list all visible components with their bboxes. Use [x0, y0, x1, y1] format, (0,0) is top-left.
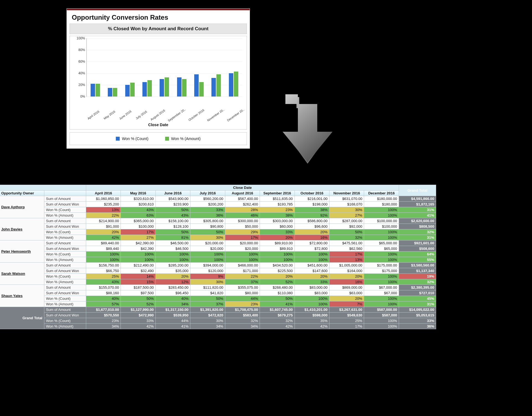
pct-cell: 17%	[121, 229, 155, 235]
pct-cell: 50%	[260, 296, 295, 301]
value-cell: $20,000	[225, 246, 260, 252]
value-cell: $598,000	[295, 313, 329, 318]
metric-label: Sum of Amount	[44, 218, 86, 224]
value-cell: $508,600	[399, 246, 436, 252]
pct-cell: 31%	[399, 235, 436, 240]
pct-cell: 100%	[295, 301, 329, 307]
pct-cell: 38%	[295, 207, 329, 213]
value-cell: $63,000	[329, 290, 364, 296]
value-cell: $180,000.00	[364, 196, 399, 202]
month-header: December 2016	[364, 191, 399, 196]
bar	[160, 79, 164, 97]
bar-group	[208, 38, 225, 97]
value-cell: $168,070	[329, 202, 364, 207]
value-cell: $475,561.00	[329, 240, 364, 246]
owner-name[interactable]: Dave Apthorp	[0, 196, 44, 218]
pct-cell: 55%	[399, 257, 436, 263]
pct-cell: 23%	[260, 207, 295, 213]
bar-group	[190, 38, 208, 97]
pct-cell: 22%	[225, 274, 260, 279]
pct-cell: 32%	[399, 229, 436, 235]
value-cell: $285,200.00	[155, 263, 190, 268]
value-cell: $72,800.00	[295, 240, 329, 246]
bar-group	[156, 38, 173, 97]
pct-cell: 43%	[155, 213, 190, 218]
value-cell: $100,000	[121, 224, 155, 229]
month-header: November 2016	[329, 191, 364, 196]
pct-cell: 100%	[190, 252, 225, 257]
bar	[108, 88, 112, 97]
value-cell: $216,001.00	[295, 196, 329, 202]
metric-label: Sum of Amount	[44, 285, 86, 290]
bar-group	[225, 38, 242, 97]
pct-cell: 100%	[86, 252, 121, 257]
y-tick-label: 60%	[72, 60, 85, 64]
table-row: Won % (Amount)57%52%34%37%23%41%100%7%10…	[0, 301, 436, 307]
pct-cell: 30%	[329, 207, 364, 213]
pct-cell: 25%	[329, 318, 364, 324]
table-row: Sum of Amount Won$66,750$32,490$35,000$1…	[0, 268, 436, 274]
pct-cell: 20%	[295, 274, 329, 279]
pct-cell: 100%	[121, 252, 155, 257]
pct-cell: 20%	[155, 274, 190, 279]
metric-label: Won % (Amount)	[44, 301, 86, 307]
pct-cell: 17%	[225, 235, 260, 240]
pct-cell: 14%	[121, 274, 155, 279]
pct-cell: 35%	[295, 318, 329, 324]
y-tick-label: 80%	[72, 48, 85, 52]
pct-cell: 20%	[329, 296, 364, 301]
metric-label: Sum of Amount Won	[44, 313, 86, 318]
pct-cell: 40%	[155, 296, 190, 301]
pct-cell: 16%	[329, 279, 364, 285]
pct-cell: 41%	[155, 324, 190, 329]
metric-label: Won % (Count)	[44, 229, 86, 235]
pct-cell: 100%	[364, 252, 399, 257]
pct-cell: 100%	[295, 252, 329, 257]
value-cell: $198,000	[295, 202, 329, 207]
metric-label: Won % (Count)	[44, 207, 86, 213]
chart-card: Opportunity Conversion Rates % Closed Wo…	[66, 8, 250, 149]
owner-name[interactable]: Sarah Watson	[0, 263, 44, 285]
pct-cell: 36%	[399, 324, 436, 329]
value-cell: $586,800.00	[295, 218, 329, 224]
pct-cell: 41%	[399, 213, 436, 218]
pct-cell: 17%	[329, 324, 364, 329]
pct-cell: 27%	[329, 213, 364, 218]
pct-cell: 46%	[225, 213, 260, 218]
value-cell: $472,990	[121, 313, 155, 318]
pct-cell: 23%	[225, 301, 260, 307]
value-cell: $180,000	[364, 202, 399, 207]
pct-cell: 7%	[329, 301, 364, 307]
value-cell: $303,000.00	[260, 218, 295, 224]
pct-cell: 100%	[364, 318, 399, 324]
value-cell: $46,500.00	[155, 240, 190, 246]
value-cell: $175,000.00	[364, 263, 399, 268]
table-row: Dave ApthorpSum of Amount$1,060,850.00$3…	[0, 196, 436, 202]
y-tick-label: 0%	[72, 95, 85, 98]
pct-cell: 20%	[260, 235, 295, 240]
metric-label: Sum of Amount Won	[44, 268, 86, 274]
owner-name[interactable]: Shaun Yates	[0, 285, 44, 307]
owner-name[interactable]: John Davies	[0, 218, 44, 240]
pct-cell: 12%	[155, 279, 190, 285]
pct-cell: 16%	[295, 235, 329, 240]
value-cell: $539,950	[155, 313, 190, 318]
pct-cell: 43%	[86, 279, 121, 285]
value-cell: $89,910.00	[260, 240, 295, 246]
value-cell: $1,410,201.00	[295, 307, 329, 313]
value-cell: $365,000.00	[121, 218, 155, 224]
owner-name[interactable]: Peter Hemsworth	[0, 240, 44, 263]
month-header: July 2016	[190, 191, 225, 196]
bar	[216, 74, 221, 97]
legend-item-count: Won % (Count)	[116, 136, 148, 141]
pivot-table: Close Date Grand Total Opportunity Owner…	[0, 185, 436, 329]
value-cell: $187,500.00	[121, 285, 155, 290]
pct-cell: 50%	[155, 207, 190, 213]
value-cell: $96,600	[295, 224, 329, 229]
bar	[199, 82, 204, 97]
metric-label: Sum of Amount	[44, 240, 86, 246]
pct-cell: 63%	[121, 213, 155, 218]
value-cell: $20,000	[190, 246, 225, 252]
pct-cell: 100%	[364, 279, 399, 285]
pct-cell: 34%	[225, 324, 260, 329]
